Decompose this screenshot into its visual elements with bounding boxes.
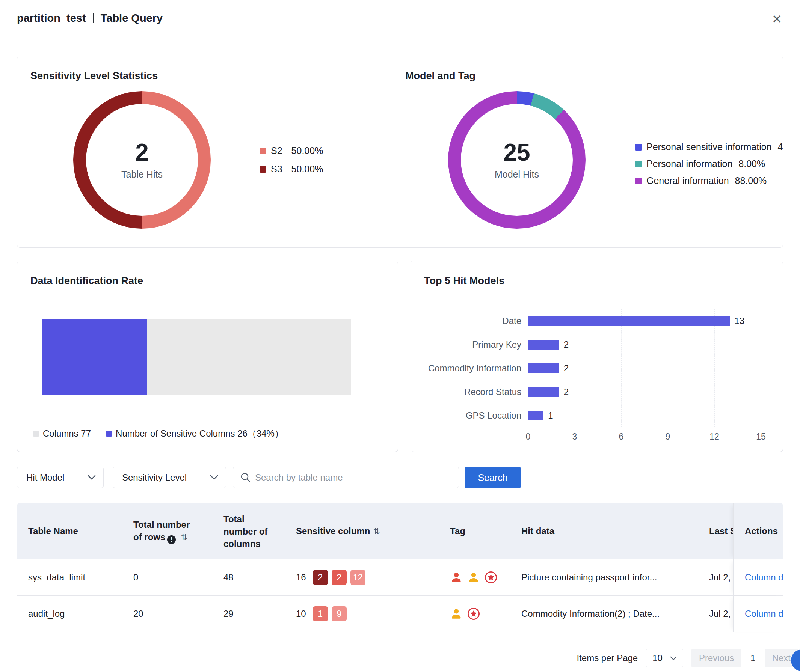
tag-star-icon [484, 571, 497, 584]
page-size-value: 10 [653, 653, 662, 663]
cell-actions: Column det [733, 559, 783, 595]
legend-item: Columns 77 [33, 427, 91, 440]
top-hit-models-title: Top 5 Hit Models [424, 275, 504, 287]
cell-tag [439, 559, 510, 595]
donut-center: 25 Model Hits [461, 104, 573, 216]
legend-label: S3 [271, 164, 282, 174]
table-hits-label: Table Hits [121, 169, 163, 180]
sensitivity-level-select[interactable]: Sensitivity Level [113, 467, 226, 488]
identification-rate-title: Data Identification Rate [30, 275, 143, 287]
bar [528, 411, 543, 421]
header-sensitive-column: Sensitive column⇅ [285, 503, 439, 559]
page-size-select[interactable]: 10 [646, 649, 683, 667]
sort-icon[interactable]: ⇅ [373, 527, 380, 536]
page-title: partition_test [17, 12, 86, 24]
legend-label: Columns 77 [43, 428, 91, 439]
title-divider [93, 13, 94, 23]
legend-item: Number of Sensitive Columns 26（34%） [106, 427, 284, 440]
legend-label: Number of Sensitive Columns 26（34%） [116, 427, 284, 440]
x-axis-tick-label: 12 [710, 432, 719, 442]
model-tag-legend: Personal sensitive information4.00%Perso… [635, 142, 783, 186]
search-icon [240, 472, 250, 482]
legend-swatch [106, 430, 112, 437]
page-subtitle: Table Query [101, 12, 163, 24]
close-icon[interactable]: ✕ [770, 13, 784, 26]
header-last-scan: Last S [698, 503, 733, 559]
table-search [233, 467, 459, 488]
cell-table-name: sys_data_limit [17, 559, 122, 595]
legend-label: General information [646, 175, 729, 186]
table-hits-value: 2 [135, 141, 149, 165]
x-axis-tick-label: 6 [619, 432, 624, 442]
cell-table-name: audit_log [17, 596, 122, 632]
legend-swatch [260, 147, 266, 154]
chevron-down-icon [670, 656, 677, 660]
sensitivity-level-badge: 1 [313, 606, 328, 621]
tag-person-icon [450, 607, 463, 620]
bar-value-label: 2 [564, 387, 569, 397]
items-per-page-label: Items per Page [577, 653, 638, 663]
bar-category-label: Commodity Information [422, 363, 528, 374]
identification-rate-legend: Columns 77Number of Sensitive Columns 26… [33, 427, 284, 440]
header-total-rows: Total number of rows!⇅ [122, 503, 212, 559]
header-total-columns: Total number of columns [212, 503, 285, 559]
legend-value: 4.00% [778, 142, 784, 152]
info-icon[interactable]: ! [167, 535, 176, 544]
legend-label: Personal sensitive information [646, 142, 772, 152]
pagination: Items per Page 10 Previous 1 Next [17, 649, 798, 667]
legend-label: S2 [271, 145, 282, 156]
x-axis-tick-label: 0 [526, 432, 531, 442]
sort-icon[interactable]: ⇅ [181, 533, 188, 542]
header-table-name: Table Name [17, 503, 122, 559]
cell-sensitive-column: 162212 [285, 559, 439, 595]
sensitivity-level-select-label: Sensitivity Level [122, 472, 187, 483]
cell-total-columns: 48 [212, 559, 285, 595]
search-button[interactable]: Search [465, 467, 521, 488]
table-body: sys_data_limit048162212Picture containin… [17, 559, 783, 632]
legend-value: 50.00% [292, 164, 323, 174]
bar-row: Record Status2 [422, 380, 768, 403]
chevron-down-icon [210, 475, 218, 480]
column-details-link[interactable]: Column det [745, 608, 783, 619]
legend-item: General information88.00% [635, 175, 783, 186]
overview-card: Sensitivity Level Statistics 2 Table Hit… [17, 56, 783, 248]
tag-star-icon [467, 607, 480, 620]
previous-page-button[interactable]: Previous [691, 649, 741, 667]
table-row: audit_log20291019Commodity Information(2… [17, 596, 783, 632]
identification-rate-card: Data Identification Rate Columns 77Numbe… [17, 261, 398, 452]
legend-swatch [635, 161, 642, 168]
bar [528, 316, 730, 326]
table-row: sys_data_limit048162212Picture containin… [17, 559, 783, 596]
bar-value-label: 13 [734, 316, 744, 326]
sensitivity-level-badge: 9 [332, 606, 347, 621]
sensitivity-level-badge: 12 [350, 570, 366, 585]
header-hit-data: Hit data [510, 503, 698, 559]
bar-value-label: 2 [564, 363, 569, 374]
hit-model-select[interactable]: Hit Model [17, 467, 104, 488]
sensitive-count: 16 [296, 572, 306, 582]
model-tag-donut-chart: 25 Model Hits [448, 91, 585, 229]
legend-item: Personal information8.00% [635, 158, 783, 169]
search-input[interactable] [233, 467, 459, 488]
bar-category-label: Primary Key [422, 339, 528, 350]
column-details-link[interactable]: Column det [745, 572, 783, 582]
bar-row: GPS Location1 [422, 403, 768, 427]
bar-category-label: GPS Location [422, 410, 528, 421]
header-actions: Actions [733, 503, 783, 559]
bar [528, 340, 559, 349]
cell-actions: Column det [733, 596, 783, 632]
sensitivity-chart-title: Sensitivity Level Statistics [30, 70, 158, 82]
legend-swatch [260, 166, 266, 173]
table-header-row: Table Name Total number of rows!⇅ Total … [17, 503, 783, 559]
cell-total-rows: 0 [122, 559, 212, 595]
cell-last-scan: Jul 2, [698, 559, 733, 595]
donut-center: 2 Table Hits [86, 104, 198, 216]
breadcrumb: partition_test Table Query [17, 12, 163, 24]
cell-hit-data: Picture containing passport infor... [510, 559, 698, 595]
legend-item: Personal sensitive information4.00% [635, 142, 783, 152]
legend-swatch [33, 430, 39, 437]
cell-total-rows: 20 [122, 596, 212, 632]
bar-row: Primary Key2 [422, 333, 768, 356]
cell-hit-data: Commodity Information(2) ; Date... [510, 596, 698, 632]
sensitive-count: 10 [296, 608, 306, 619]
